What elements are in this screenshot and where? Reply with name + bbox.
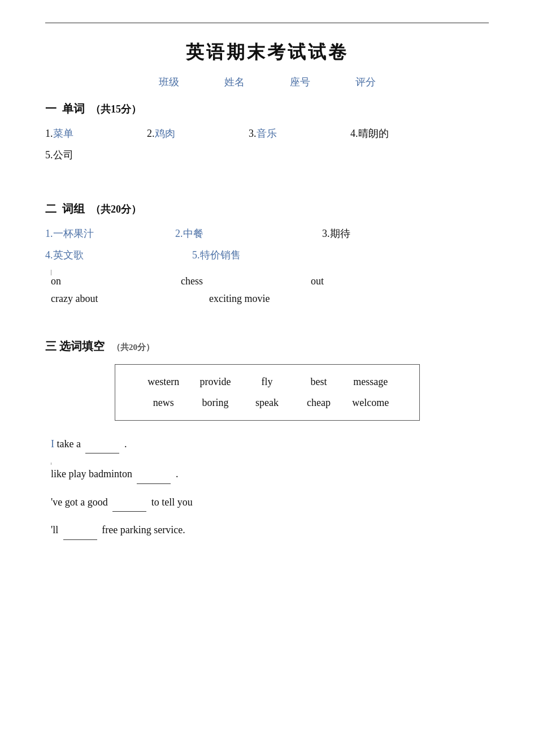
choice-western: western [138,376,190,388]
choice-cheap: cheap [293,397,345,409]
choice-message: message [345,376,397,388]
section1-title: 一 单词 （共15分） [45,101,489,116]
choice-fly: fly [241,376,293,388]
section-3: 三 选词填空 （共20分） western provide fly best m… [45,339,489,540]
word-5: 5.公司 [45,148,147,162]
blank-4 [63,521,97,539]
extra-word-on: on [51,275,181,287]
top-divider [45,23,489,23]
choice-best: best [293,376,345,388]
sentence-1: I take a . [45,435,489,453]
phrase-3: 3.期待 [322,227,452,240]
choice-provide: provide [189,376,241,388]
extra-word-exciting: exciting movie [209,293,339,305]
section-1: 一 单词 （共15分） 1.菜单 2.鸡肉 3.音乐 4.晴朗的 5.公司 [45,101,489,162]
word-3: 3.音乐 [249,127,350,140]
phrase-1: 1.一杯果汁 [45,227,175,240]
page-title: 英语期末考试试卷 [45,40,489,65]
section2-num: 二 [45,201,57,217]
phrase-row-2: 4.英文歌 5.特价销售 [45,248,489,262]
header-class: 班级 [159,75,179,89]
phrase-4: 4.英文歌 [45,248,192,262]
word-1: 1.菜单 [45,127,147,140]
word-4: 4.晴朗的 [350,127,452,140]
phrase-2: 2.中餐 [175,227,322,240]
phrase-row-1: 1.一杯果汁 2.中餐 3.期待 [45,227,489,240]
words-row-1: 1.菜单 2.鸡肉 3.音乐 4.晴朗的 [45,127,489,140]
extra-word-out: out [311,275,441,287]
exam-page: 英语期末考试试卷 班级 姓名 座号 评分 一 单词 （共15分） 1.菜单 2.… [0,0,534,756]
section1-label: 单词 [62,101,85,116]
extra-row-2: crazy about exciting movie [45,293,489,305]
word-choice-box: western provide fly best message news bo… [115,364,420,421]
section2-label: 词组 [62,201,85,217]
extra-word-chess: chess [181,275,311,287]
section3-score: （共20分） [107,343,154,352]
blank-3 [112,493,146,512]
section1-num: 一 [45,101,57,116]
blank-1 [85,435,119,453]
extra-row-1: on chess out [45,275,489,287]
section3-label: 选词填空 [59,340,105,352]
section-2: 二 词组 （共20分） 1.一杯果汁 2.中餐 3.期待 4.英文歌 5.特价销… [45,201,489,305]
blank-2 [137,465,171,483]
choice-boring: boring [189,397,241,409]
header-row: 班级 姓名 座号 评分 [45,75,489,89]
header-score: 评分 [355,75,376,89]
word-2: 2.鸡肉 [147,127,249,140]
section3-num: 三 [45,340,57,352]
section1-score: （共15分） [90,102,141,116]
section2-title: 二 词组 （共20分） [45,201,489,217]
choice-welcome: welcome [345,397,397,409]
sentence-3: 've got a good to tell you [45,493,489,512]
sentence-4: 'll free parking service. [45,521,489,539]
section3-title: 三 选词填空 （共20分） [45,339,489,354]
choice-speak: speak [241,397,293,409]
words-row-2: 5.公司 [45,148,489,162]
phrase-5: 5.特价销售 [192,248,322,262]
choice-news: news [138,397,190,409]
section2-score: （共20分） [90,202,141,216]
sentence-2: like play badminton . [45,465,489,483]
header-name: 姓名 [224,75,245,89]
header-seat: 座号 [290,75,310,89]
extra-word-crazy: crazy about [51,293,209,305]
